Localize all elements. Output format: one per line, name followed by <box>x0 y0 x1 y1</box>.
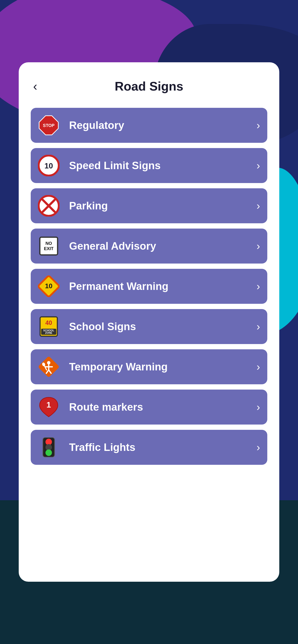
chevron-parking: › <box>256 200 260 212</box>
chevron-temporary-warning: › <box>256 361 260 373</box>
chevron-speed-limit: › <box>256 160 260 172</box>
list-item-general-advisory[interactable]: NO EXIT General Advisory › <box>31 228 267 264</box>
icon-route-markers: 1 <box>36 394 62 420</box>
chevron-school-signs: › <box>256 320 260 332</box>
chevron-route-markers: › <box>256 401 260 413</box>
back-button[interactable]: ‹ <box>33 80 37 92</box>
icon-speed-limit: 10 <box>36 152 62 179</box>
chevron-permanent-warning: › <box>256 280 260 292</box>
list-item-temporary-warning[interactable]: Temporary Warning › <box>31 349 267 384</box>
svg-text:NO: NO <box>46 241 52 246</box>
label-speed-limit: Speed Limit Signs <box>69 160 256 172</box>
label-traffic-lights: Traffic Lights <box>69 441 256 453</box>
label-general-advisory: General Advisory <box>69 240 256 252</box>
label-permanent-warning: Permanent Warning <box>69 280 256 292</box>
label-regulatory: Regulatory <box>69 119 256 131</box>
svg-text:10: 10 <box>44 162 53 170</box>
icon-traffic-lights <box>36 434 62 460</box>
icon-school-signs: 40 SCHOOL ZONE <box>36 314 62 340</box>
label-school-signs: School Signs <box>69 320 256 332</box>
icon-regulatory: STOP <box>36 112 62 138</box>
chevron-regulatory: › <box>256 119 260 131</box>
list-item-school-signs[interactable]: 40 SCHOOL ZONE School Signs › <box>31 309 267 344</box>
label-route-markers: Route markers <box>69 401 256 413</box>
list-item-regulatory[interactable]: STOP Regulatory › <box>31 108 267 143</box>
list-item-speed-limit[interactable]: 10 Speed Limit Signs › <box>31 148 267 183</box>
svg-text:10: 10 <box>45 282 52 290</box>
icon-temporary-warning <box>36 354 62 380</box>
svg-text:ZONE: ZONE <box>45 331 52 334</box>
list-item-parking[interactable]: Parking › <box>31 188 267 223</box>
svg-text:EXIT: EXIT <box>44 246 54 251</box>
chevron-traffic-lights: › <box>256 441 260 453</box>
list-item-traffic-lights[interactable]: Traffic Lights › <box>31 430 267 465</box>
list-item-permanent-warning[interactable]: 10 Permanent Warning › <box>31 269 267 304</box>
category-list: STOP Regulatory › 10 Speed Limit Signs › <box>19 106 279 467</box>
header: ‹ Road Signs <box>19 62 279 106</box>
svg-text:40: 40 <box>45 319 52 326</box>
icon-permanent-warning: 10 <box>36 273 62 300</box>
page-title: Road Signs <box>115 79 183 94</box>
svg-text:1: 1 <box>47 400 51 409</box>
chevron-general-advisory: › <box>256 240 260 252</box>
label-temporary-warning: Temporary Warning <box>69 361 256 373</box>
svg-rect-7 <box>40 237 58 255</box>
list-item-route-markers[interactable]: 1 Route markers › <box>31 390 267 424</box>
icon-parking <box>36 192 62 219</box>
label-parking: Parking <box>69 200 256 212</box>
svg-point-29 <box>46 450 52 456</box>
svg-text:STOP: STOP <box>43 123 55 128</box>
main-card: ‹ Road Signs STOP Regulatory › 10 Spee <box>19 62 279 582</box>
icon-general-advisory: NO EXIT <box>36 233 62 259</box>
